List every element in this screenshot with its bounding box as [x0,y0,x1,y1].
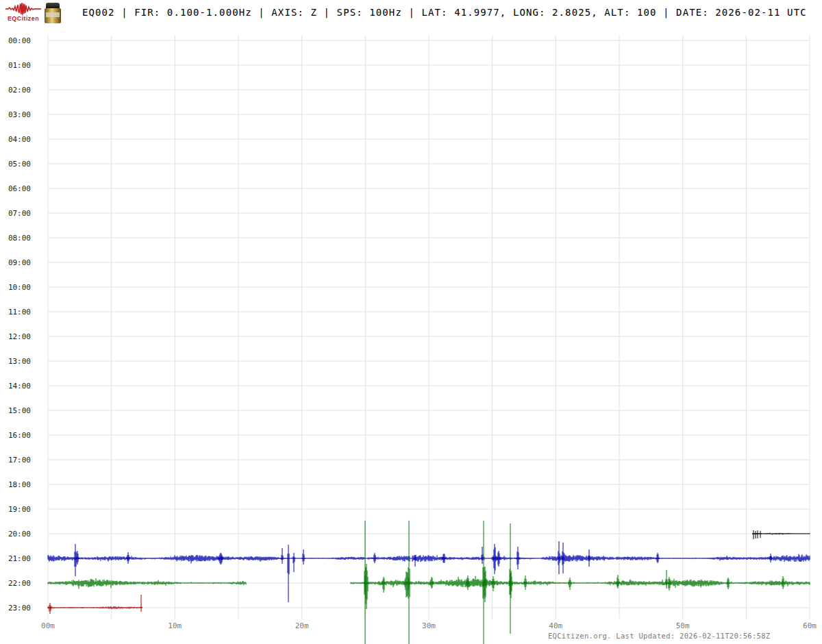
hour-axis-labels: 00:0001:0002:0003:0004:0005:0006:0007:00… [8,36,31,612]
trace-path [753,530,810,539]
hour-label: 03:00 [8,110,31,119]
hour-label: 13:00 [8,357,31,366]
minute-label: 40m [549,621,562,630]
hour-label: 09:00 [8,258,31,267]
hour-label: 21:00 [8,554,31,563]
minute-label: 60m [803,621,817,630]
hour-label: 05:00 [8,160,31,169]
hour-label: 16:00 [8,431,31,440]
hour-label: 12:00 [8,332,31,341]
hour-label: 15:00 [8,406,31,415]
minute-label: 00m [41,621,55,630]
minute-label: 50m [676,621,690,630]
hour-label: 01:00 [8,61,31,70]
hour-label: 23:00 [8,604,31,612]
minute-label: 30m [422,621,436,630]
trace-path [48,595,142,614]
hour-label: 00:00 [8,36,31,45]
hour-label: 11:00 [8,308,31,317]
helicorder-page: EQCitizen EQ002 | FIR: 0.100-1.000Hz | A… [0,0,822,644]
hour-label: 10:00 [8,283,31,292]
trace-20-00 [753,530,810,539]
hour-label: 06:00 [8,184,31,193]
hour-label: 07:00 [8,209,31,218]
minute-label: 20m [295,621,309,630]
hour-label: 04:00 [8,135,31,144]
hour-label: 22:00 [8,579,31,588]
footer-attribution: EQCitizen.org. Last Updated: 2026-02-11T… [548,632,770,640]
hour-label: 02:00 [8,86,31,95]
hour-label: 20:00 [8,530,31,538]
hour-label: 19:00 [8,505,31,514]
grid [48,35,810,619]
trace-23-00 [48,595,142,614]
hour-label: 14:00 [8,382,31,391]
minute-label: 10m [168,621,182,630]
minute-axis-labels: 00m10m20m30m40m50m60m [41,621,817,630]
hour-label: 17:00 [8,456,31,465]
hour-label: 08:00 [8,234,31,243]
hour-label: 18:00 [8,480,31,489]
helicorder-chart: 00:0001:0002:0003:0004:0005:0006:0007:00… [0,0,822,644]
